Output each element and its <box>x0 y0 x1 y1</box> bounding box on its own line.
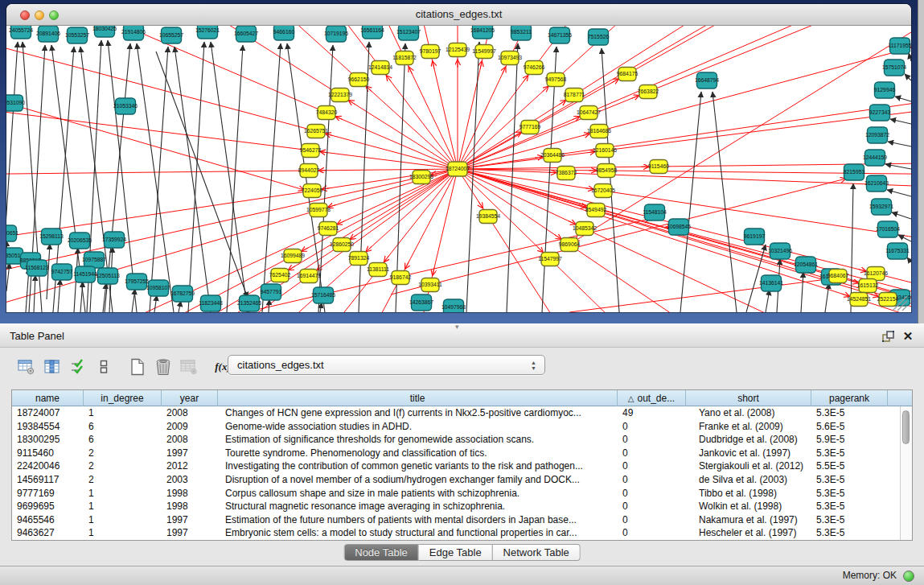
table-row[interactable]: 969969511998Structural magnetic resonanc… <box>12 500 912 513</box>
graph-node[interactable]: 15932971 <box>869 199 893 215</box>
column-header-name[interactable]: name <box>12 390 84 406</box>
graph-node[interactable]: 11549997 <box>472 45 496 59</box>
graph-node[interactable]: 8215953 <box>844 164 865 180</box>
graph-node[interactable]: 9777169 <box>519 121 541 134</box>
graph-node[interactable]: 9662150 <box>348 73 370 87</box>
graph-node[interactable]: 10655257 <box>159 27 183 43</box>
column-header-title[interactable]: title <box>218 390 618 406</box>
graph-node[interactable]: 20206535 <box>68 233 92 249</box>
graph-node[interactable]: 9497568 <box>545 73 567 87</box>
graph-node[interactable]: 7663822 <box>638 85 659 99</box>
vertical-scrollbar[interactable] <box>900 406 912 540</box>
graph-node[interactable]: 9869064 <box>559 238 581 252</box>
graph-node[interactable]: 10485342 <box>573 222 597 236</box>
graph-node[interactable]: 11171955 <box>888 38 911 54</box>
graph-node[interactable]: 11568123 <box>25 260 49 276</box>
close-icon[interactable]: ✕ <box>901 328 914 344</box>
graph-node[interactable]: 15276021 <box>195 26 220 39</box>
graph-node[interactable]: 20531090 <box>6 95 25 111</box>
table-header-row[interactable]: namein_degreeyeartitle△out_de...shortpag… <box>12 390 912 406</box>
graph-node[interactable]: 19384554 <box>476 210 500 224</box>
delete-table-icon[interactable] <box>179 357 199 377</box>
citation-network-graph[interactable]: 2405572420891406105532571803042521914806… <box>6 26 911 312</box>
column-header-short[interactable]: short <box>686 390 811 406</box>
graph-node[interactable]: 14671355 <box>548 27 572 43</box>
graph-node[interactable]: 16561164 <box>360 26 384 39</box>
graph-node[interactable]: 24055724 <box>9 26 33 39</box>
graph-node[interactable]: 16841205 <box>470 26 495 39</box>
graph-node[interactable]: 10553257 <box>65 27 89 43</box>
select-all-icon[interactable] <box>68 357 88 377</box>
graph-node[interactable]: 12054861 <box>794 257 818 273</box>
graph-node[interactable]: 11815872 <box>392 51 417 65</box>
graph-node[interactable]: 7484320 <box>316 106 338 120</box>
graph-node[interactable]: 9227343 <box>869 105 891 121</box>
graph-node[interactable]: 11547997 <box>538 253 562 266</box>
graph-node[interactable]: 8178771 <box>564 89 585 102</box>
graph-node[interactable]: 16720405 <box>591 184 615 198</box>
tab-network-table[interactable]: Network Table <box>493 544 581 561</box>
graph-node[interactable]: 9466160 <box>273 26 295 40</box>
graph-node[interactable]: 15298113 <box>39 229 64 245</box>
graph-node[interactable]: 18164686 <box>587 125 611 138</box>
table-body[interactable]: 1872400712008Changes of HCN gene express… <box>12 406 912 540</box>
graph-node[interactable]: 10647427 <box>577 106 601 120</box>
graph-node[interactable]: 14524851 <box>847 293 871 307</box>
graph-node[interactable]: 21352465 <box>237 295 261 311</box>
graph-node[interactable]: 10321496 <box>768 243 792 259</box>
graph-node[interactable]: 8944027 <box>298 164 320 178</box>
column-header-out_degree[interactable]: △out_de... <box>618 390 686 406</box>
graph-node[interactable]: 11381111 <box>367 263 389 277</box>
table-settings-icon[interactable] <box>16 357 37 377</box>
graph-node[interactable]: 15751074 <box>882 60 906 76</box>
node-table[interactable]: namein_degreeyeartitle△out_de...shortpag… <box>11 389 913 541</box>
new-document-icon[interactable] <box>127 357 148 377</box>
graph-node[interactable]: 12093872 <box>865 127 889 143</box>
graph-node[interactable]: 15716485 <box>311 287 335 303</box>
graph-node[interactable]: 9746281 <box>318 222 339 236</box>
graph-node[interactable]: 20364486 <box>540 149 565 163</box>
graph-node[interactable]: 21053346 <box>113 98 138 114</box>
graph-node[interactable]: 7386372 <box>556 167 577 180</box>
table-row[interactable]: 1872400712008Changes of HCN gene express… <box>12 406 912 420</box>
graph-node[interactable]: 9115460 <box>648 160 669 174</box>
graph-node[interactable]: 12160146 <box>593 144 617 158</box>
graph-node[interactable]: 16648794 <box>695 72 719 89</box>
graph-node[interactable]: 12444159 <box>863 150 887 166</box>
graph-node[interactable]: 10975887 <box>82 252 106 268</box>
graph-node[interactable]: 15123407 <box>396 26 421 40</box>
graph-node[interactable]: 10393411 <box>418 278 442 292</box>
graph-node[interactable]: 12125439 <box>446 43 470 57</box>
table-row[interactable]: 946554611997Estimation of the future num… <box>12 513 912 527</box>
graph-node[interactable]: 9546278 <box>300 144 322 158</box>
graph-node[interactable]: 16782759 <box>170 286 195 302</box>
graph-node[interactable]: 7891324 <box>348 252 370 266</box>
graph-node[interactable]: 9186742 <box>390 271 412 285</box>
graph-node[interactable]: 9619197 <box>744 229 766 245</box>
graph-node[interactable]: 7515526 <box>588 29 610 45</box>
table-row[interactable]: 911546021997Tourette syndrome. Phenomeno… <box>12 447 912 460</box>
column-header-in_degree[interactable]: in_degree <box>84 390 162 406</box>
table-row[interactable]: 1456911722003Disruption of a novel membe… <box>12 473 912 487</box>
graph-node[interactable]: 12505113 <box>96 268 120 284</box>
tab-edge-table[interactable]: Edge Table <box>419 544 493 561</box>
rows-icon[interactable] <box>93 357 114 377</box>
table-row[interactable]: 2242004622012Investigating the contribut… <box>12 459 912 473</box>
window-titlebar[interactable]: citations_edges.txt <box>6 4 911 26</box>
graph-node[interactable]: 11451944 <box>73 266 97 282</box>
graph-node[interactable]: 10719195 <box>324 26 348 42</box>
graph-node[interactable]: 11548104 <box>643 204 667 220</box>
float-icon[interactable] <box>881 330 895 344</box>
tab-node-table[interactable]: Node Table <box>343 544 419 561</box>
graph-node[interactable]: 9854958 <box>596 164 618 178</box>
scrollbar-thumb[interactable] <box>902 410 910 444</box>
graph-node[interactable]: 14263867 <box>409 295 433 311</box>
table-row[interactable]: 1938455462009Genome-wide association stu… <box>12 420 912 434</box>
table-row[interactable]: 1830029562008Estimation of significance … <box>12 433 912 447</box>
graph-node[interactable]: 16265751 <box>304 125 328 138</box>
graph-node[interactable]: 7625402 <box>269 269 291 282</box>
graph-node[interactable]: 18030425 <box>92 26 117 37</box>
graph-node[interactable]: 11823448 <box>199 295 223 311</box>
graph-node[interactable]: 18300295 <box>409 171 433 184</box>
graph-node[interactable]: 10599778 <box>306 204 331 217</box>
